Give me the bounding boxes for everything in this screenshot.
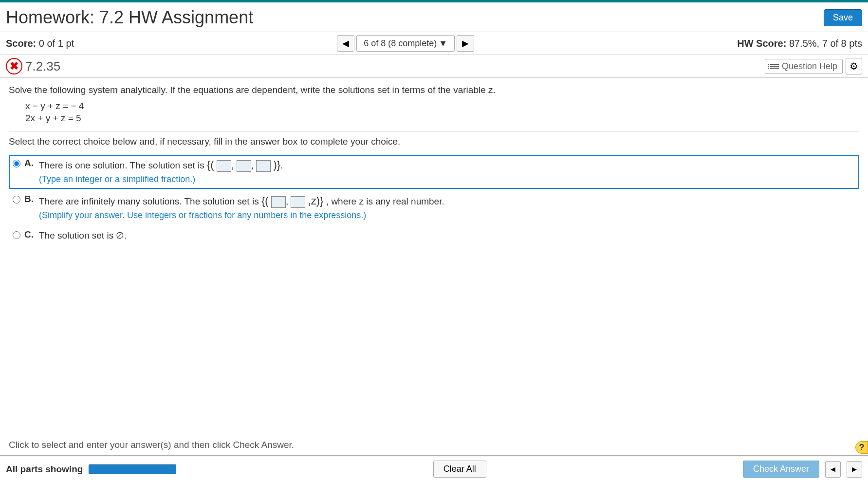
choice-b-post: , where z is any real number. (326, 196, 444, 206)
divider (9, 131, 859, 131)
equation-2: 2x + y + z = 5 (25, 112, 859, 125)
choice-c-radio[interactable] (13, 231, 20, 239)
equation-system: x − y + z = − 4 2x + y + z = 5 (25, 100, 859, 124)
choice-c-text: The solution set is ∅. (39, 229, 127, 242)
question-header: ✖ 7.2.35 Question Help ⚙ (0, 55, 868, 78)
question-tools: Question Help ⚙ (765, 58, 862, 74)
question-number: 7.2.35 (25, 59, 60, 74)
triangle-left-icon: ◀ (342, 38, 349, 49)
score-row: Score: 0 of 1 pt ◀ 6 of 8 (8 complete) ▼… (0, 32, 868, 55)
choice-a-hint: (Type an integer or a simplified fractio… (39, 174, 195, 184)
question-help-button[interactable]: Question Help (765, 59, 843, 74)
choice-b[interactable]: B. There are infinitely many solutions. … (9, 191, 859, 224)
choice-b-letter: B. (24, 194, 35, 204)
choice-c-letter: C. (24, 229, 35, 240)
header: Homework: 7.2 HW Assignment Save (0, 2, 868, 32)
list-icon (770, 63, 779, 70)
z-close: ,z)} (308, 195, 324, 207)
prev-question-button[interactable]: ◀ (337, 35, 354, 52)
choice-a-letter: A. (24, 158, 35, 168)
score-prefix: Score: (6, 38, 39, 49)
brace-open: {( (207, 159, 214, 171)
answer-a-3[interactable] (256, 160, 271, 172)
question-content: Solve the following system analytically.… (0, 78, 868, 254)
answer-a-1[interactable] (217, 160, 231, 172)
triangle-right-icon: ▶ (462, 38, 469, 49)
choice-b-radio[interactable] (13, 196, 20, 204)
page-title: Homework: 7.2 HW Assignment (6, 7, 253, 28)
save-button[interactable]: Save (824, 9, 862, 26)
answer-b-1[interactable] (271, 196, 286, 208)
answer-b-2[interactable] (291, 196, 305, 208)
question-nav: ◀ 6 of 8 (8 complete) ▼ ▶ (337, 35, 474, 52)
hw-prefix: HW Score: (737, 38, 789, 49)
choice-b-body: There are infinitely many solutions. The… (39, 194, 444, 222)
gear-icon: ⚙ (850, 60, 858, 72)
answer-a-2[interactable] (237, 160, 251, 172)
choice-b-hint: (Simplify your answer. Use integers or f… (39, 210, 366, 220)
settings-button[interactable]: ⚙ (846, 58, 862, 74)
choice-a-body: There is one solution. The solution set … (39, 158, 283, 185)
question-id-group: ✖ 7.2.35 (6, 58, 60, 74)
score-value: 0 of 1 pt (39, 38, 74, 49)
next-question-button[interactable]: ▶ (457, 35, 474, 52)
score-label: Score: 0 of 1 pt (6, 38, 74, 49)
chevron-down-icon: ▼ (439, 38, 447, 49)
brace-close: )} (273, 159, 280, 171)
incorrect-icon: ✖ (6, 58, 22, 74)
hw-score-label: HW Score: 87.5%, 7 of 8 pts (737, 38, 862, 49)
equation-1: x − y + z = − 4 (25, 100, 859, 112)
choice-instruction: Select the correct choice below and, if … (9, 136, 859, 147)
choice-c[interactable]: C. The solution set is ∅. (9, 226, 859, 245)
choice-a[interactable]: A. There is one solution. The solution s… (9, 155, 859, 188)
choice-b-text: There are infinitely many solutions. The… (39, 196, 261, 206)
help-label: Question Help (782, 61, 837, 72)
brace-open-b: {( (261, 195, 269, 207)
nav-text: 6 of 8 (8 complete) (364, 38, 437, 49)
question-prompt: Solve the following system analytically.… (9, 85, 859, 95)
choice-a-text: There is one solution. The solution set … (39, 160, 207, 170)
question-selector[interactable]: 6 of 8 (8 complete) ▼ (356, 35, 455, 52)
choice-a-radio[interactable] (13, 160, 20, 167)
hw-value: 87.5%, 7 of 8 pts (789, 38, 862, 49)
